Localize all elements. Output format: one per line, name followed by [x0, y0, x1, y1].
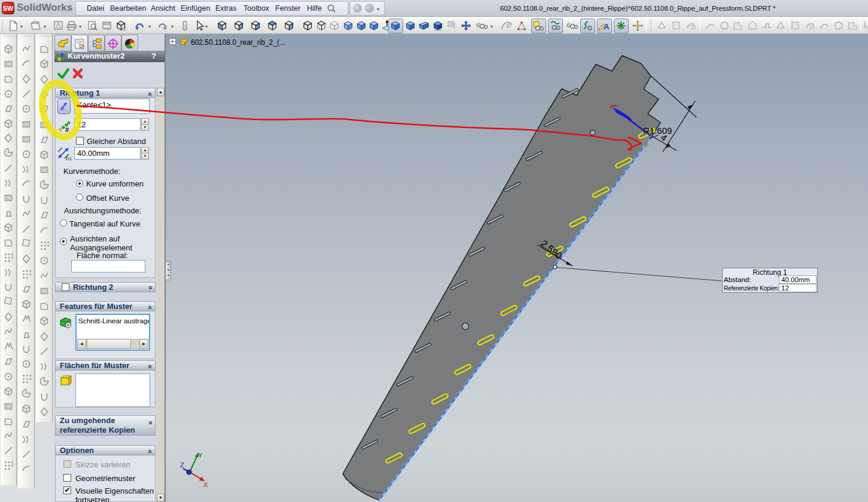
svg-text:D1: D1: [66, 156, 72, 161]
svg-text:X: X: [203, 481, 208, 488]
svg-text:A: A: [604, 22, 610, 31]
svg-text:6: 6: [476, 22, 480, 29]
svg-text:Z: Z: [180, 461, 184, 469]
svg-text:#: #: [65, 126, 69, 133]
svg-text:6: 6: [567, 22, 571, 29]
svg-text:Y: Y: [198, 452, 203, 459]
